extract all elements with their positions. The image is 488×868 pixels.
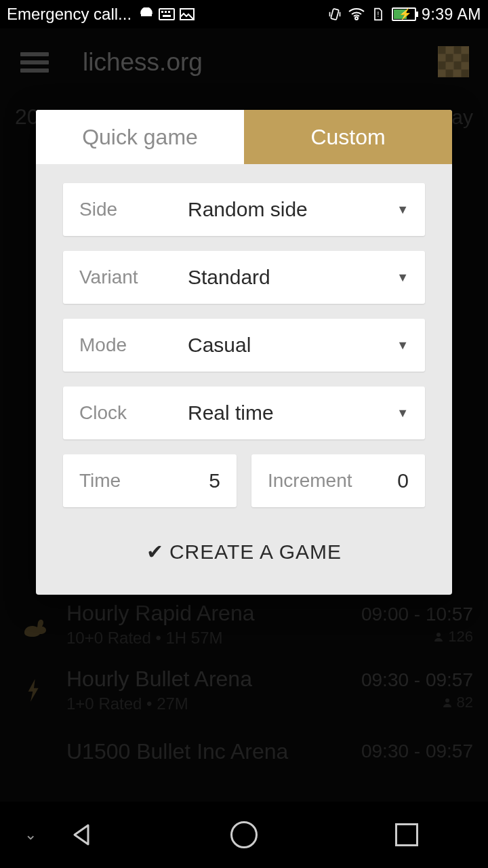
tournament-row[interactable]: Hourly Rapid Arena 10+0 Rated • 1H 57M 0… — [0, 591, 488, 657]
tournament-meta: 10+0 Rated • 1H 57M — [66, 629, 348, 648]
check-icon: ✔ — [146, 540, 164, 564]
mode-value: Casual — [188, 334, 396, 357]
time-label: Time — [79, 470, 121, 492]
svg-rect-7 — [331, 9, 339, 20]
nav-home-button[interactable] — [228, 818, 260, 851]
variant-value: Standard — [188, 266, 396, 289]
menu-icon[interactable] — [20, 52, 49, 73]
tab-quick-game[interactable]: Quick game — [36, 110, 244, 164]
svg-text:!: ! — [378, 11, 380, 18]
tournament-row[interactable]: Hourly Bullet Arena 1+0 Rated • 27M 09:3… — [0, 657, 488, 723]
android-status-bar: Emergency call... ! ⚡ 9:39 AM — [0, 0, 488, 28]
nav-collapse-icon[interactable]: ⌄ — [24, 826, 37, 844]
android-icon — [138, 7, 155, 21]
mode-label: Mode — [79, 334, 188, 356]
tournament-row[interactable]: U1500 Bullet Inc Arena 09:30 - 09:57 — [0, 723, 488, 780]
increment-value: 0 — [373, 469, 409, 492]
nav-recent-button[interactable] — [390, 818, 423, 851]
keyboard-icon — [159, 7, 175, 21]
variant-select[interactable]: Variant Standard ▼ — [63, 251, 425, 304]
bolt-icon — [15, 671, 53, 709]
tournament-name: U1500 Bullet Inc Arena — [66, 739, 348, 764]
chevron-down-icon: ▼ — [396, 406, 409, 420]
status-notification-text: Emergency call... — [7, 5, 131, 24]
tournament-players: 126 — [448, 628, 473, 646]
svg-rect-2 — [161, 11, 163, 13]
app-header: lichess.org — [0, 28, 488, 96]
person-icon — [433, 631, 444, 642]
android-nav-bar: ⌄ — [0, 802, 488, 868]
tournament-time: 09:30 - 09:57 — [361, 669, 473, 691]
battery-icon: ⚡ — [392, 7, 416, 21]
increment-label: Increment — [268, 470, 352, 492]
chevron-down-icon: ▼ — [396, 338, 409, 353]
tournament-name: Hourly Bullet Arena — [66, 667, 348, 692]
nav-back-button[interactable] — [65, 818, 98, 851]
mode-select[interactable]: Mode Casual ▼ — [63, 319, 425, 372]
person-icon — [442, 697, 453, 708]
status-notification-icons — [138, 7, 195, 21]
profile-avatar[interactable] — [438, 46, 469, 77]
tournament-list: Hourly Rapid Arena 10+0 Rated • 1H 57M 0… — [0, 591, 488, 780]
time-value: 5 — [141, 469, 220, 492]
side-value: Random side — [188, 198, 396, 221]
create-game-modal: Quick game Custom Side Random side ▼ Var… — [36, 110, 452, 595]
app-title: lichess.org — [83, 48, 203, 77]
svg-rect-1 — [159, 9, 174, 20]
variant-label: Variant — [79, 267, 188, 288]
vibrate-icon — [327, 7, 343, 21]
tournament-meta: 1+0 Rated • 27M — [66, 694, 348, 713]
tournament-time: 09:00 - 10:57 — [361, 604, 473, 625]
status-time: 9:39 AM — [422, 5, 481, 24]
time-field[interactable]: Time 5 — [63, 454, 237, 507]
svg-rect-4 — [168, 11, 170, 13]
wifi-icon — [348, 7, 365, 21]
side-label: Side — [79, 199, 188, 220]
clock-value: Real time — [188, 401, 396, 425]
sim-icon: ! — [370, 7, 386, 21]
chevron-down-icon: ▼ — [396, 203, 409, 217]
svg-rect-0 — [141, 14, 152, 16]
tab-custom[interactable]: Custom — [244, 110, 452, 164]
chevron-down-icon: ▼ — [396, 271, 409, 285]
image-icon — [179, 7, 195, 21]
tournament-players: 82 — [457, 694, 473, 711]
svg-rect-5 — [163, 15, 171, 17]
svg-rect-3 — [165, 11, 167, 13]
create-game-button[interactable]: ✔ CREATE A GAME — [63, 528, 425, 588]
clock-label: Clock — [79, 402, 188, 424]
rabbit-icon — [15, 606, 53, 644]
clock-select[interactable]: Clock Real time ▼ — [63, 387, 425, 439]
side-select[interactable]: Side Random side ▼ — [63, 183, 425, 236]
tournament-name: Hourly Rapid Arena — [66, 601, 348, 626]
create-game-label: CREATE A GAME — [169, 540, 342, 564]
tournament-time: 09:30 - 09:57 — [361, 741, 473, 762]
increment-field[interactable]: Increment 0 — [251, 454, 425, 507]
modal-tabs: Quick game Custom — [36, 110, 452, 164]
